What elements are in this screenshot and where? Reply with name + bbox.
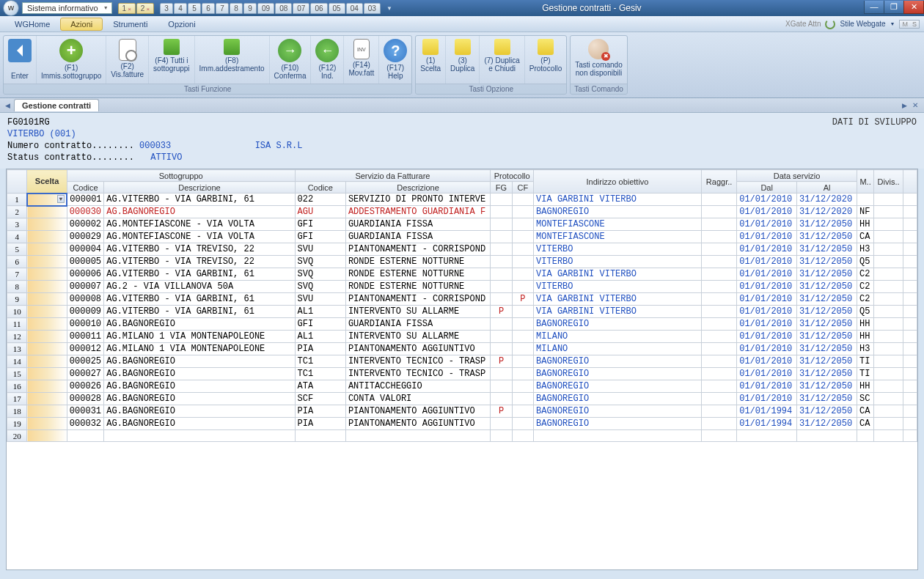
toolbar-button[interactable]: (F8) Imm.addestramento [195,36,270,84]
scelta-cell[interactable] [27,405,67,418]
scelta-cell[interactable] [27,256,67,268]
cell-indirizzo[interactable]: MILANO [534,331,702,343]
toolbar-button[interactable]: (3) Duplica [446,36,480,84]
col-scodice[interactable]: Codice [295,182,345,193]
col-protocollo[interactable]: Protocollo [491,170,534,182]
toolbar-button[interactable]: (F4) Tutti i sottogruppi [149,36,194,84]
maximize-button[interactable]: ❐ [884,1,904,14]
quick-tab[interactable]: 03 [364,3,381,14]
cell-indirizzo[interactable]: BAGNOREGIO [534,418,702,430]
col-descrizione[interactable]: Descrizione [104,182,295,193]
toolbar-button[interactable]: +(F1) Immis.sottogruppo [37,36,106,84]
menu-item[interactable]: Azioni [60,18,103,31]
table-row[interactable]: 17000028AG.BAGNOREGIOSCFCONTA VALORIBAGN… [7,393,917,405]
subtab-prev-icon[interactable]: ◀ [3,102,12,109]
cell-indirizzo[interactable]: BAGNOREGIO [534,393,702,405]
col-scelta[interactable]: Scelta [27,170,67,193]
scelta-cell[interactable] [27,343,67,355]
toolbar-button[interactable]: (7) Duplica e Chiudi [480,36,524,84]
menu-item[interactable]: WGHome [4,18,60,31]
cell-indirizzo[interactable] [534,430,702,442]
table-row[interactable]: 6000005AG.VITERBO - VIA TREVISO, 22SVQRO… [7,256,917,268]
table-row[interactable]: 18000031AG.BAGNOREGIOPIAPIANTONAMENTO AG… [7,405,917,418]
table-row[interactable]: 16000026AG.BAGNOREGIOATAANTITACCHEGGIOBA… [7,380,917,393]
cell-indirizzo[interactable]: VIA GARBINI VITERBO [534,293,702,306]
subtab-active[interactable]: Gestione contratti [14,99,99,111]
table-row[interactable]: 4000029AG.MONTEFIASCONE - VIA VOLTAGFIGU… [7,231,917,243]
app-orb-icon[interactable]: W [3,0,19,16]
cell-indirizzo[interactable]: VITERBO [534,281,702,293]
close-button[interactable]: ✕ [903,1,924,14]
col-indirizzo[interactable]: Indirizzo obiettivo [534,170,702,193]
cell-indirizzo[interactable]: BAGNOREGIO [534,368,702,380]
cell-indirizzo[interactable]: BAGNOREGIO [534,318,702,331]
cell-indirizzo[interactable]: MILANO [534,343,702,355]
cell-indirizzo[interactable]: VITERBO [534,256,702,268]
table-row[interactable]: 7000006AG.VITERBO - VIA GARBINI, 61SVQRO… [7,268,917,281]
system-dropdown[interactable]: Sistema informativo [22,2,112,14]
table-row[interactable]: 11000010AG.BAGNOREGIOGFIGUARDIANIA FISSA… [7,318,917,331]
col-dal[interactable]: Dal [737,182,797,193]
cell-indirizzo[interactable]: BAGNOREGIO [534,405,702,418]
table-row[interactable]: 2000030AG.BAGNOREGIOAGUADDESTRAMENTO GUA… [7,206,917,218]
quick-tab[interactable]: 4 [174,3,187,14]
toolbar-button[interactable]: ←(F12) Ind. [311,36,344,84]
table-row[interactable]: 13000012AG.MILANO 1 VIA MONTENAPOLEONEPI… [7,343,917,355]
col-servizio[interactable]: Servizio da Fatturare [295,170,491,182]
col-codice[interactable]: Codice [67,182,103,193]
cell-indirizzo[interactable]: VIA GARBINI VITERBO [534,306,702,318]
subtab-close-icon[interactable]: ✕ [909,101,921,109]
quick-tab[interactable]: 09 [257,3,274,14]
quick-tab[interactable]: 07 [293,3,309,14]
table-row[interactable]: 20 [7,430,917,442]
quick-tab[interactable]: 05 [329,3,345,14]
scelta-cell[interactable] [27,306,67,318]
toolbar-button[interactable]: (P) Protocollo [525,36,566,84]
quick-tab[interactable]: 9 [243,3,257,14]
quick-tab[interactable]: 7 [216,3,229,14]
quick-tab[interactable]: 04 [346,3,363,14]
quick-tab[interactable]: 08 [275,3,292,14]
col-end[interactable] [903,170,917,193]
scelta-cell[interactable] [27,368,67,380]
menu-item[interactable]: Opzioni [158,18,205,31]
scelta-cell[interactable] [27,355,67,368]
col-cf[interactable]: CF [512,182,533,193]
quick-tab[interactable]: 6 [202,3,215,14]
table-row[interactable]: 10000009AG.VITERBO - VIA GARBINI, 61AL1I… [7,306,917,318]
subtab-next-icon[interactable]: ▶ [900,102,909,109]
col-sottogruppo[interactable]: Sottogruppo [67,170,295,182]
col-al[interactable]: Al [797,182,857,193]
scelta-cell[interactable] [27,268,67,281]
toolbar-button[interactable]: (F2) Vis.fatture [106,36,149,84]
cell-indirizzo[interactable]: BAGNOREGIO [534,355,702,368]
toolbar-button[interactable]: (1) Scelta [416,36,446,84]
toolbar-button[interactable]: INV(F14) Mov.fatt [344,36,379,84]
scelta-cell[interactable] [27,218,67,231]
scelta-cell[interactable] [27,243,67,256]
table-row[interactable]: 9000008AG.VITERBO - VIA GARBINI, 61SVUPI… [7,293,917,306]
cell-indirizzo[interactable]: VIA GARBINI VITERBO [534,268,702,281]
toolbar-button[interactable]: Enter [4,36,37,84]
minimize-button[interactable]: — [864,1,884,14]
scelta-cell[interactable] [27,293,67,306]
table-row[interactable]: 5000004AG.VITERBO - VIA TREVISO, 22SVUPI… [7,243,917,256]
history-tab[interactable]: 2× [136,3,154,14]
scelta-cell[interactable] [27,318,67,331]
menu-item[interactable]: Strumenti [103,18,158,31]
scelta-cell[interactable] [27,281,67,293]
cell-indirizzo[interactable]: BAGNOREGIO [534,206,702,218]
table-row[interactable]: 1000001AG.VITERBO - VIA GARBINI, 61022SE… [7,193,917,206]
refresh-icon[interactable] [825,19,835,29]
quick-tab[interactable]: 5 [188,3,201,14]
col-rownum[interactable] [7,170,27,193]
toolbar-button[interactable]: ?(F17) Help [379,36,411,84]
history-tab[interactable]: 1× [118,3,136,14]
table-row[interactable]: 19000032AG.BAGNOREGIOPIAPIANTONAMENTO AG… [7,418,917,430]
scelta-cell[interactable] [27,331,67,343]
scelta-cell[interactable] [27,231,67,243]
table-row[interactable]: 3000002AG.MONTEFIASCONE - VIA VOLTAGFIGU… [7,218,917,231]
scelta-cell[interactable] [27,193,67,206]
scelta-cell[interactable] [27,393,67,405]
toolbar-button[interactable]: →(F10) Conferma [270,36,312,84]
